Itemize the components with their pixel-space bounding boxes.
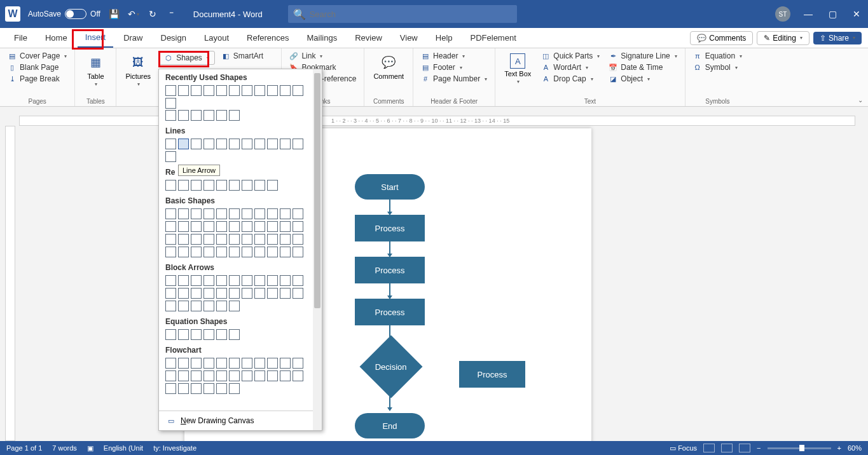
quickparts-button[interactable]: ◫Quick Parts▾ (539, 51, 602, 61)
shape-item[interactable] (203, 85, 214, 96)
signature-line-button[interactable]: ✒Signature Line▾ (606, 51, 679, 61)
shape-item[interactable] (267, 247, 278, 257)
shape-item[interactable] (242, 85, 252, 96)
shape-item[interactable] (267, 288, 278, 299)
shape-item[interactable] (203, 301, 214, 311)
shape-item[interactable] (280, 288, 291, 299)
shape-item[interactable] (280, 358, 291, 369)
autosave-toggle[interactable]: AutoSave Off (28, 9, 100, 19)
shape-item[interactable] (178, 234, 189, 245)
shape-item[interactable] (229, 139, 240, 149)
shape-item[interactable] (165, 98, 176, 109)
shape-item[interactable] (293, 139, 303, 149)
status-words[interactable]: 7 words (52, 444, 77, 452)
shape-item[interactable] (165, 383, 176, 394)
shape-item[interactable] (280, 139, 291, 149)
shape-item[interactable] (254, 208, 265, 219)
tab-view[interactable]: View (392, 28, 425, 48)
tab-pdfelement[interactable]: PDFelement (463, 28, 524, 48)
table-button[interactable]: ▦Table▾ (80, 51, 111, 90)
shape-item[interactable] (191, 370, 202, 381)
shape-item[interactable] (254, 139, 265, 149)
shape-item[interactable] (229, 110, 240, 121)
shape-item[interactable] (267, 208, 278, 219)
editing-mode-button[interactable]: ✎Editing▾ (757, 31, 809, 45)
dropdown-scrollbar[interactable] (313, 69, 322, 430)
status-language[interactable]: English (Unit (104, 444, 143, 452)
shape-item[interactable] (216, 275, 227, 286)
shape-item[interactable] (165, 234, 176, 245)
shape-item[interactable] (293, 370, 303, 381)
shape-item[interactable] (216, 288, 227, 299)
shape-item[interactable] (203, 110, 214, 121)
shape-item[interactable] (165, 180, 176, 191)
shape-item[interactable] (229, 358, 240, 369)
shape-item[interactable] (191, 139, 202, 149)
shape-item[interactable] (191, 221, 202, 232)
shape-item[interactable] (165, 275, 176, 286)
shape-item[interactable] (191, 329, 202, 340)
flowchart-arrow[interactable] (389, 394, 390, 408)
view-print-icon[interactable] (721, 444, 733, 452)
shape-item[interactable] (165, 151, 176, 162)
shape-item[interactable] (229, 288, 240, 299)
zoom-level[interactable]: 60% (848, 444, 862, 452)
flowchart-process[interactable]: Process (355, 257, 425, 283)
close-icon[interactable]: ✕ (850, 8, 863, 20)
horizontal-ruler[interactable]: 1 · · 2 · · 3 · · 4 · · 5 · · 6 · · 7 · … (19, 116, 855, 126)
shape-item[interactable] (191, 275, 202, 286)
shape-item[interactable] (229, 275, 240, 286)
qat-customize-icon[interactable]: ⁼ (165, 8, 178, 20)
shape-item[interactable] (191, 208, 202, 219)
shape-item[interactable] (203, 370, 214, 381)
shape-item[interactable] (242, 180, 252, 191)
link-button[interactable]: 🔗Link▾ (287, 51, 359, 61)
tab-home[interactable]: Home (38, 28, 75, 48)
shape-item[interactable] (216, 370, 227, 381)
shape-item[interactable] (293, 221, 303, 232)
flowchart-start[interactable]: Start (355, 174, 425, 200)
shape-item[interactable] (254, 288, 265, 299)
shape-item[interactable] (216, 208, 227, 219)
shape-item[interactable] (242, 234, 252, 245)
shape-item[interactable] (165, 370, 176, 381)
user-avatar[interactable]: ST (775, 6, 790, 22)
shape-item[interactable] (203, 383, 214, 394)
shape-item[interactable] (203, 329, 214, 340)
shape-item[interactable] (267, 370, 278, 381)
blank-page-button[interactable]: ▯Blank Page (5, 62, 69, 72)
shape-item[interactable] (280, 85, 291, 96)
shape-item[interactable] (178, 139, 189, 149)
tab-insert[interactable]: Insert (78, 28, 114, 48)
shape-item[interactable] (229, 234, 240, 245)
focus-mode[interactable]: ▭ Focus (670, 444, 697, 452)
shape-item[interactable] (254, 370, 265, 381)
shape-item[interactable] (165, 208, 176, 219)
shape-item[interactable] (293, 234, 303, 245)
shape-item[interactable] (254, 358, 265, 369)
shape-item[interactable] (216, 234, 227, 245)
save-icon[interactable]: 💾 (108, 8, 121, 20)
shape-item[interactable] (229, 208, 240, 219)
shape-item[interactable] (254, 221, 265, 232)
datetime-button[interactable]: 📅Date & Time (606, 62, 679, 72)
shape-item[interactable] (293, 247, 303, 257)
view-read-icon[interactable] (703, 444, 715, 452)
toggle-track[interactable] (65, 9, 86, 19)
shape-item[interactable] (242, 247, 252, 257)
new-drawing-canvas[interactable]: ▭ New Drawing Canvas (159, 411, 313, 430)
shape-item[interactable] (242, 221, 252, 232)
shape-item[interactable] (165, 329, 176, 340)
shape-item[interactable] (267, 85, 278, 96)
shape-item[interactable] (267, 139, 278, 149)
shape-item[interactable] (280, 208, 291, 219)
undo-icon[interactable]: ↶▾ (127, 8, 140, 20)
symbol-button[interactable]: ΩSymbol▾ (691, 62, 745, 72)
minimize-icon[interactable]: — (802, 8, 815, 20)
shape-item[interactable] (216, 358, 227, 369)
shape-item[interactable] (178, 370, 189, 381)
tab-design[interactable]: Design (153, 28, 194, 48)
shape-item[interactable] (203, 247, 214, 257)
shape-item[interactable] (216, 139, 227, 149)
shape-item[interactable] (178, 301, 189, 311)
